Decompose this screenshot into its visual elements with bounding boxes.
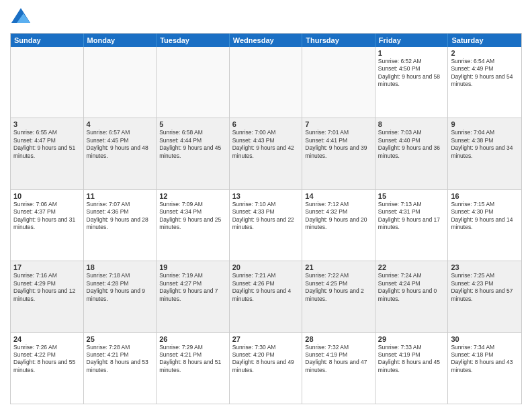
day-info: Sunrise: 7:26 AM Sunset: 4:22 PM Dayligh… [13, 344, 81, 375]
day-number: 16 [451, 192, 519, 200]
day-number: 29 [378, 335, 445, 343]
calendar-cell-r4c5: 29Sunrise: 7:33 AM Sunset: 4:19 PM Dayli… [375, 333, 449, 404]
day-info: Sunrise: 7:25 AM Sunset: 4:23 PM Dayligh… [451, 272, 519, 303]
day-info: Sunrise: 7:32 AM Sunset: 4:19 PM Dayligh… [305, 344, 372, 375]
day-number: 24 [13, 335, 81, 343]
calendar-cell-r4c6: 30Sunrise: 7:34 AM Sunset: 4:18 PM Dayli… [448, 333, 521, 404]
page: SundayMondayTuesdayWednesdayThursdayFrid… [0, 0, 532, 411]
calendar-cell-r3c3: 20Sunrise: 7:21 AM Sunset: 4:26 PM Dayli… [230, 261, 303, 332]
header-day-wednesday: Wednesday [230, 34, 303, 47]
calendar-cell-r1c5: 8Sunrise: 7:03 AM Sunset: 4:40 PM Daylig… [375, 118, 449, 189]
day-info: Sunrise: 7:24 AM Sunset: 4:24 PM Dayligh… [378, 272, 445, 303]
day-info: Sunrise: 6:54 AM Sunset: 4:49 PM Dayligh… [451, 58, 519, 89]
calendar-cell-r4c3: 27Sunrise: 7:30 AM Sunset: 4:20 PM Dayli… [230, 333, 303, 404]
calendar-cell-r0c4 [302, 47, 375, 118]
day-info: Sunrise: 7:03 AM Sunset: 4:40 PM Dayligh… [378, 129, 445, 160]
day-number: 3 [13, 120, 81, 128]
day-number: 26 [159, 335, 226, 343]
calendar-cell-r2c1: 11Sunrise: 7:07 AM Sunset: 4:36 PM Dayli… [84, 190, 157, 261]
calendar-cell-r3c5: 22Sunrise: 7:24 AM Sunset: 4:24 PM Dayli… [375, 261, 449, 332]
calendar-row-2: 3Sunrise: 6:55 AM Sunset: 4:47 PM Daylig… [11, 118, 521, 189]
day-number: 7 [305, 120, 372, 128]
day-number: 10 [13, 192, 81, 200]
day-number: 4 [87, 120, 154, 128]
day-number: 15 [378, 192, 445, 200]
day-number: 8 [378, 120, 445, 128]
calendar-cell-r2c5: 15Sunrise: 7:13 AM Sunset: 4:31 PM Dayli… [375, 190, 449, 261]
day-info: Sunrise: 7:21 AM Sunset: 4:26 PM Dayligh… [232, 272, 300, 303]
day-number: 27 [232, 335, 300, 343]
day-info: Sunrise: 7:18 AM Sunset: 4:28 PM Dayligh… [87, 272, 154, 303]
day-info: Sunrise: 7:34 AM Sunset: 4:18 PM Dayligh… [451, 344, 519, 375]
day-info: Sunrise: 7:19 AM Sunset: 4:27 PM Dayligh… [159, 272, 226, 303]
header-day-thursday: Thursday [302, 34, 375, 47]
day-info: Sunrise: 7:00 AM Sunset: 4:43 PM Dayligh… [232, 129, 300, 160]
day-number: 30 [451, 335, 519, 343]
day-info: Sunrise: 7:09 AM Sunset: 4:34 PM Dayligh… [159, 201, 226, 232]
header [10, 7, 522, 28]
logo [10, 9, 30, 28]
calendar-cell-r4c1: 25Sunrise: 7:28 AM Sunset: 4:21 PM Dayli… [84, 333, 157, 404]
day-number: 28 [305, 335, 372, 343]
calendar-cell-r3c1: 18Sunrise: 7:18 AM Sunset: 4:28 PM Dayli… [84, 261, 157, 332]
day-info: Sunrise: 6:55 AM Sunset: 4:47 PM Dayligh… [13, 129, 81, 160]
day-number: 19 [159, 263, 226, 271]
calendar-cell-r2c4: 14Sunrise: 7:12 AM Sunset: 4:32 PM Dayli… [302, 190, 375, 261]
day-info: Sunrise: 7:22 AM Sunset: 4:25 PM Dayligh… [305, 272, 372, 303]
day-number: 12 [159, 192, 226, 200]
calendar-body: 1Sunrise: 6:52 AM Sunset: 4:50 PM Daylig… [11, 47, 521, 404]
day-info: Sunrise: 7:30 AM Sunset: 4:20 PM Dayligh… [232, 344, 300, 375]
day-number: 14 [305, 192, 372, 200]
day-number: 20 [232, 263, 300, 271]
calendar-cell-r0c5: 1Sunrise: 6:52 AM Sunset: 4:50 PM Daylig… [375, 47, 449, 118]
day-number: 21 [305, 263, 372, 271]
calendar-cell-r0c0 [11, 47, 84, 118]
day-info: Sunrise: 7:15 AM Sunset: 4:30 PM Dayligh… [451, 201, 519, 232]
header-day-sunday: Sunday [11, 34, 84, 47]
calendar-cell-r0c3 [230, 47, 303, 118]
header-day-monday: Monday [84, 34, 157, 47]
day-info: Sunrise: 7:33 AM Sunset: 4:19 PM Dayligh… [378, 344, 445, 375]
day-number: 23 [451, 263, 519, 271]
calendar-cell-r2c0: 10Sunrise: 7:06 AM Sunset: 4:37 PM Dayli… [11, 190, 84, 261]
day-info: Sunrise: 7:04 AM Sunset: 4:38 PM Dayligh… [451, 129, 519, 160]
day-number: 2 [451, 49, 519, 57]
calendar-cell-r2c6: 16Sunrise: 7:15 AM Sunset: 4:30 PM Dayli… [448, 190, 521, 261]
day-number: 1 [378, 49, 445, 57]
calendar-row-1: 1Sunrise: 6:52 AM Sunset: 4:50 PM Daylig… [11, 47, 521, 118]
day-info: Sunrise: 7:12 AM Sunset: 4:32 PM Dayligh… [305, 201, 372, 232]
day-info: Sunrise: 7:16 AM Sunset: 4:29 PM Dayligh… [13, 272, 81, 303]
calendar-cell-r1c0: 3Sunrise: 6:55 AM Sunset: 4:47 PM Daylig… [11, 118, 84, 189]
calendar-cell-r4c0: 24Sunrise: 7:26 AM Sunset: 4:22 PM Dayli… [11, 333, 84, 404]
calendar-cell-r3c0: 17Sunrise: 7:16 AM Sunset: 4:29 PM Dayli… [11, 261, 84, 332]
calendar-row-3: 10Sunrise: 7:06 AM Sunset: 4:37 PM Dayli… [11, 189, 521, 261]
day-info: Sunrise: 6:57 AM Sunset: 4:45 PM Dayligh… [87, 129, 154, 160]
header-day-saturday: Saturday [448, 34, 521, 47]
day-number: 11 [87, 192, 154, 200]
day-number: 9 [451, 120, 519, 128]
day-info: Sunrise: 7:01 AM Sunset: 4:41 PM Dayligh… [305, 129, 372, 160]
day-number: 18 [87, 263, 154, 271]
day-number: 25 [87, 335, 154, 343]
day-info: Sunrise: 7:13 AM Sunset: 4:31 PM Dayligh… [378, 201, 445, 232]
header-day-tuesday: Tuesday [157, 34, 230, 47]
day-number: 17 [13, 263, 81, 271]
day-info: Sunrise: 7:29 AM Sunset: 4:21 PM Dayligh… [159, 344, 226, 375]
day-number: 13 [232, 192, 300, 200]
calendar-cell-r3c2: 19Sunrise: 7:19 AM Sunset: 4:27 PM Dayli… [157, 261, 230, 332]
calendar-cell-r1c4: 7Sunrise: 7:01 AM Sunset: 4:41 PM Daylig… [302, 118, 375, 189]
calendar-cell-r0c2 [157, 47, 230, 118]
calendar-cell-r1c2: 5Sunrise: 6:58 AM Sunset: 4:44 PM Daylig… [157, 118, 230, 189]
calendar-cell-r0c6: 2Sunrise: 6:54 AM Sunset: 4:49 PM Daylig… [448, 47, 521, 118]
calendar-cell-r1c1: 4Sunrise: 6:57 AM Sunset: 4:45 PM Daylig… [84, 118, 157, 189]
calendar-row-4: 17Sunrise: 7:16 AM Sunset: 4:29 PM Dayli… [11, 261, 521, 332]
day-info: Sunrise: 6:52 AM Sunset: 4:50 PM Dayligh… [378, 58, 445, 89]
calendar-cell-r3c4: 21Sunrise: 7:22 AM Sunset: 4:25 PM Dayli… [302, 261, 375, 332]
logo-icon [11, 8, 30, 23]
calendar-row-5: 24Sunrise: 7:26 AM Sunset: 4:22 PM Dayli… [11, 332, 521, 404]
calendar-cell-r3c6: 23Sunrise: 7:25 AM Sunset: 4:23 PM Dayli… [448, 261, 521, 332]
calendar-cell-r0c1 [84, 47, 157, 118]
calendar-cell-r4c2: 26Sunrise: 7:29 AM Sunset: 4:21 PM Dayli… [157, 333, 230, 404]
calendar-cell-r2c2: 12Sunrise: 7:09 AM Sunset: 4:34 PM Dayli… [157, 190, 230, 261]
day-number: 5 [159, 120, 226, 128]
